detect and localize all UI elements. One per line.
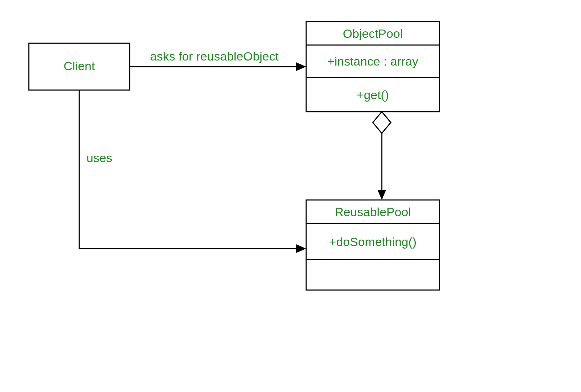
- relation-aggregation: [373, 112, 391, 200]
- client-name: Client: [64, 59, 95, 73]
- relation-asks: asks for reusableObject: [130, 49, 306, 71]
- svg-marker-10: [373, 112, 391, 133]
- reusablepool-method: +doSomething(): [329, 235, 417, 249]
- class-reusablepool: ReusablePool +doSomething(): [306, 200, 439, 290]
- reusablepool-name: ReusablePool: [335, 205, 411, 219]
- svg-marker-8: [296, 62, 306, 71]
- svg-marker-9: [296, 244, 306, 253]
- uml-diagram: Client ObjectPool +instance : array +get…: [0, 0, 581, 392]
- objectpool-name: ObjectPool: [343, 27, 403, 40]
- class-objectpool: ObjectPool +instance : array +get(): [306, 22, 439, 112]
- relation-uses-label: uses: [86, 151, 112, 165]
- svg-marker-12: [377, 190, 386, 200]
- objectpool-attribute: +instance : array: [327, 54, 418, 68]
- relation-asks-label: asks for reusableObject: [150, 49, 279, 63]
- relation-uses: uses: [79, 90, 306, 253]
- objectpool-method: +get(): [357, 88, 389, 102]
- class-client: Client: [29, 43, 130, 90]
